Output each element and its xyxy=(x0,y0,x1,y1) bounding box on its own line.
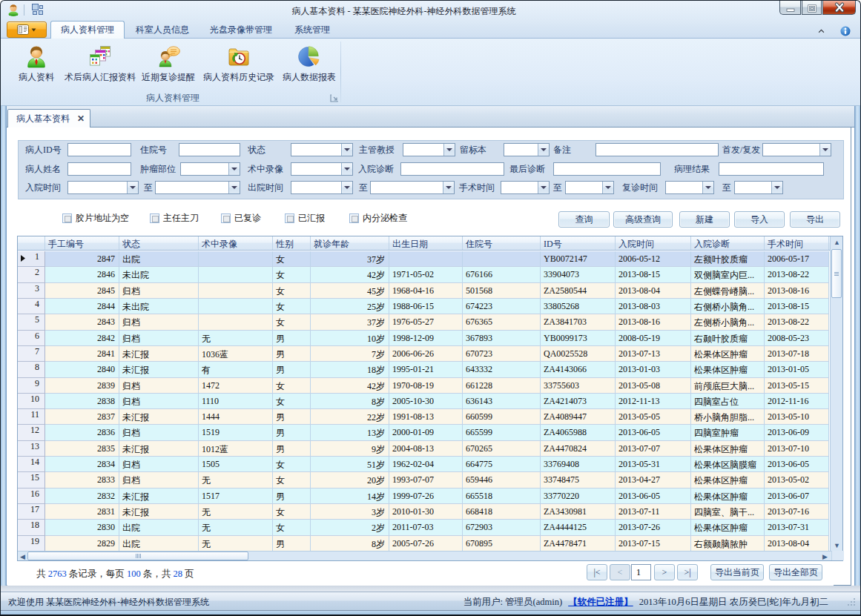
cell[interactable]: 2004-08-13 xyxy=(389,441,463,457)
cell[interactable]: 女 xyxy=(273,267,311,282)
cell[interactable]: 未汇报 xyxy=(119,504,199,520)
cell[interactable]: 2006-05-12 xyxy=(616,251,691,267)
column-header-9[interactable]: 入院时间 xyxy=(616,236,691,250)
cell[interactable]: 2013-07-31 xyxy=(765,520,829,535)
cell[interactable]: 2013-07-13 xyxy=(616,346,691,362)
cell[interactable]: 女 xyxy=(273,504,311,520)
cell[interactable]: 1995-01-21 xyxy=(389,362,463,377)
cell[interactable]: 2836 xyxy=(45,425,119,440)
cell[interactable]: 660599 xyxy=(463,409,541,425)
cell[interactable]: 2013-04-27 xyxy=(616,472,691,488)
cell[interactable]: 左侧蝶骨嵴脑... xyxy=(691,283,765,299)
admit-time-to-dropdown-arrow-icon[interactable] xyxy=(228,182,240,193)
close-button[interactable] xyxy=(822,1,856,15)
cell[interactable]: 1976-05-27 xyxy=(389,314,463,330)
cell[interactable]: 1012蓝 xyxy=(199,441,273,457)
cell[interactable]: 14岁 xyxy=(311,489,389,504)
cell[interactable]: 未出院 xyxy=(119,299,199,314)
cell[interactable]: ZA4214073 xyxy=(541,394,616,409)
cell[interactable]: 松果体区肿瘤 xyxy=(691,362,765,377)
cell[interactable]: 7岁 xyxy=(311,346,389,362)
cell[interactable]: 2012-11-13 xyxy=(616,394,691,409)
cell[interactable]: 2013-07-07 xyxy=(616,441,691,457)
cell[interactable]: 归档 xyxy=(119,394,199,409)
first-page-button[interactable]: |< xyxy=(587,564,607,580)
table-row[interactable]: 22846未出院女42岁1971-05-02676166339040732013… xyxy=(18,267,830,282)
cell[interactable]: 归档 xyxy=(119,331,199,346)
cell[interactable]: YB0072147 xyxy=(541,251,616,267)
checkbox-0[interactable] xyxy=(62,213,72,223)
cell[interactable]: 2013-06-05 xyxy=(616,425,691,440)
cell[interactable]: 2841 xyxy=(45,346,119,362)
cell[interactable]: 2013-05-02 xyxy=(765,472,829,488)
cell[interactable]: 松果体区肿瘤 xyxy=(691,489,765,504)
admit-time-from-dropdown-arrow-icon[interactable] xyxy=(127,182,138,193)
cell[interactable]: 13岁 xyxy=(311,425,389,440)
ribbon-button-history-record[interactable]: 病人资料历史记录 xyxy=(201,42,277,93)
cell[interactable]: 1998-12-09 xyxy=(389,331,463,346)
cell[interactable]: 归档 xyxy=(119,283,199,299)
cell[interactable]: 42岁 xyxy=(311,267,389,282)
cell[interactable]: ZA3430981 xyxy=(541,504,616,520)
cell[interactable]: 2013-08-15 xyxy=(765,299,829,314)
query-button[interactable]: 查询 xyxy=(558,211,610,228)
cell[interactable]: 出院 xyxy=(119,536,199,552)
column-header-10[interactable]: 入院诊断 xyxy=(691,236,765,250)
cell[interactable]: 归档 xyxy=(119,378,199,394)
cell[interactable]: 33805268 xyxy=(541,299,616,314)
cell[interactable]: 2013-05-05 xyxy=(616,409,691,425)
pathology-result-input[interactable] xyxy=(719,162,824,176)
cell[interactable]: 22岁 xyxy=(311,409,389,425)
cell[interactable]: 25岁 xyxy=(311,299,389,314)
discharge-time-from-dropdown-arrow-icon[interactable] xyxy=(341,182,352,193)
table-row[interactable]: 132835未汇报1012蓝男9岁2004-08-13670265ZA44708… xyxy=(18,441,830,457)
cell[interactable]: 未汇报 xyxy=(119,409,199,425)
cell[interactable]: 2008-05-23 xyxy=(765,331,829,346)
cell[interactable]: 2833 xyxy=(45,472,119,488)
cell[interactable]: 501568 xyxy=(463,283,541,299)
surgery-time-from-dropdown-arrow-icon[interactable] xyxy=(538,182,549,193)
cell[interactable]: 右额颞脑脓肿 xyxy=(691,536,765,552)
revisit-time-from-dropdown-arrow-icon[interactable] xyxy=(702,182,713,193)
column-header-1[interactable]: 手工编号 xyxy=(45,236,119,250)
export-button[interactable]: 导出 xyxy=(790,211,840,228)
cell[interactable]: 9岁 xyxy=(311,441,389,457)
cell[interactable]: 男 xyxy=(273,331,311,346)
horizontal-scrollbar-thumb[interactable] xyxy=(27,552,248,560)
cell[interactable]: 2846 xyxy=(45,267,119,282)
horizontal-scrollbar[interactable]: ◀ ▶ xyxy=(18,551,844,560)
cell[interactable] xyxy=(463,251,541,267)
cell[interactable]: 3岁 xyxy=(311,504,389,520)
cell[interactable]: 33748475 xyxy=(541,472,616,488)
surgery-time-from-dropdown[interactable] xyxy=(501,181,550,194)
cell[interactable]: 367893 xyxy=(463,331,541,346)
cell[interactable]: 2006-05-17 xyxy=(765,251,829,267)
first-recurrence-dropdown-arrow-icon[interactable] xyxy=(819,144,831,156)
cell[interactable]: 8岁 xyxy=(311,536,389,552)
cell[interactable]: 未汇报 xyxy=(119,362,199,377)
cell[interactable]: 男 xyxy=(273,441,311,457)
cell[interactable]: 1968-04-16 xyxy=(389,283,463,299)
discharge-time-to-dropdown[interactable] xyxy=(370,181,455,194)
remark-input[interactable] xyxy=(596,143,719,156)
cell[interactable]: 18岁 xyxy=(311,362,389,377)
cell[interactable]: 2013-07-18 xyxy=(765,346,829,362)
cell[interactable]: 10岁 xyxy=(311,331,389,346)
column-header-2[interactable]: 状态 xyxy=(119,236,199,250)
cell[interactable] xyxy=(199,299,273,314)
cell[interactable]: 四脑室、脑干... xyxy=(691,504,765,520)
cell[interactable]: 2013-05-31 xyxy=(616,457,691,472)
cell[interactable]: 1991-08-13 xyxy=(389,409,463,425)
cell[interactable]: 松果体区肿瘤 xyxy=(691,346,765,362)
cell[interactable]: ZA4444125 xyxy=(541,520,616,535)
cell[interactable]: 2岁 xyxy=(311,520,389,535)
cell[interactable]: 37岁 xyxy=(311,314,389,330)
application-menu-button[interactable] xyxy=(7,21,47,38)
cell[interactable]: 男 xyxy=(273,409,311,425)
ribbon-tab-system[interactable]: 系统管理 xyxy=(284,21,340,39)
cell[interactable]: 1110 xyxy=(199,394,273,409)
cell[interactable]: YB0099173 xyxy=(541,331,616,346)
table-row[interactable]: 72841未汇报1036蓝男7岁2006-06-26670723QA002552… xyxy=(18,346,830,362)
cell[interactable]: ZA4478471 xyxy=(541,536,616,552)
cell[interactable]: 668418 xyxy=(463,504,541,520)
